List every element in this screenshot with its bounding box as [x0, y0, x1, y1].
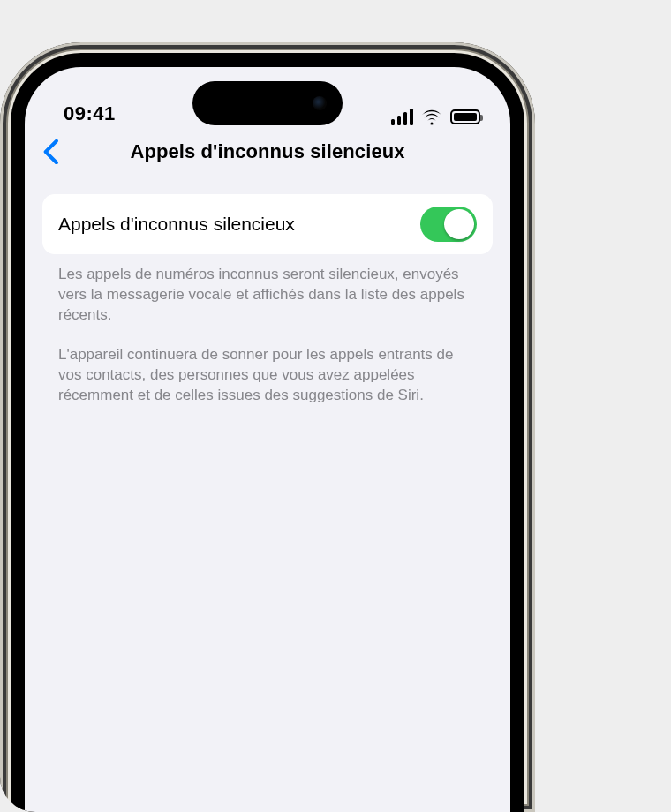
screen: 09:41: [25, 67, 510, 812]
battery-icon: [450, 109, 480, 124]
page-title: Appels d'inconnus silencieux: [130, 140, 404, 163]
silence-unknown-callers-row[interactable]: Appels d'inconnus silencieux: [42, 194, 493, 254]
setting-description: Les appels de numéros inconnus seront si…: [42, 254, 493, 406]
phone-frame: 09:41: [0, 42, 535, 812]
navigation-bar: Appels d'inconnus silencieux: [25, 127, 510, 177]
toggle-knob: [444, 209, 474, 239]
wifi-icon: [421, 109, 442, 125]
chevron-left-icon: [43, 139, 58, 164]
content-area: Appels d'inconnus silencieux Les appels …: [25, 177, 510, 406]
description-paragraph-1: Les appels de numéros inconnus seront si…: [58, 265, 477, 326]
silence-unknown-callers-toggle[interactable]: [420, 207, 477, 242]
status-indicators: [391, 109, 481, 125]
toggle-label: Appels d'inconnus silencieux: [58, 214, 295, 235]
dynamic-island: [192, 81, 343, 125]
back-button[interactable]: [37, 139, 64, 165]
cellular-signal-icon: [391, 109, 414, 125]
description-paragraph-2: L'appareil continuera de sonner pour les…: [58, 345, 477, 406]
status-time: 09:41: [64, 102, 170, 125]
